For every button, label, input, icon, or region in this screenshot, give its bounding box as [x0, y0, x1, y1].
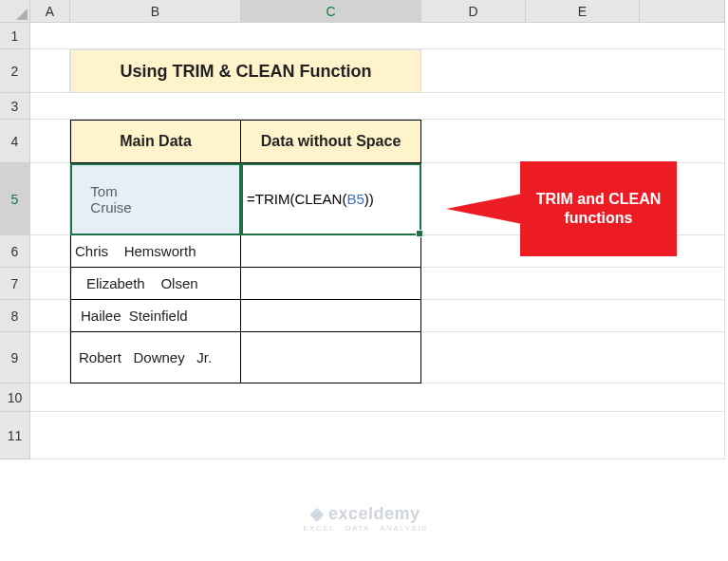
row-header-5[interactable]: 5	[0, 163, 30, 235]
cube-icon: ◈	[310, 504, 325, 523]
cell-C5[interactable]: =TRIM(CLEAN(B5))	[241, 163, 421, 235]
cell-row9-rest[interactable]	[421, 332, 725, 383]
cell-row4-rest[interactable]	[421, 120, 725, 163]
cell-B6[interactable]: Chris Hemsworth	[70, 235, 241, 268]
row-header-9[interactable]: 9	[0, 332, 30, 383]
row-header-6[interactable]: 6	[0, 235, 30, 268]
cell-row3[interactable]	[30, 93, 725, 120]
cell-B5[interactable]: Tom Cruise	[70, 163, 241, 235]
col-header-C[interactable]: C	[241, 0, 421, 23]
cell-A5[interactable]	[30, 163, 70, 235]
cell-A6[interactable]	[30, 235, 70, 268]
col-header-D[interactable]: D	[421, 0, 526, 23]
watermark: ◈exceldemy EXCEL · DATA · ANALYSIS	[271, 503, 460, 533]
row-header-3[interactable]: 3	[0, 93, 30, 120]
cell-row10[interactable]	[30, 383, 725, 412]
title-cell[interactable]: Using TRIM & CLEAN Function	[70, 49, 421, 93]
row-header-11[interactable]: 11	[0, 412, 30, 459]
cell-B7[interactable]: Elizabeth Olsen	[70, 268, 241, 300]
col-header-overflow	[640, 0, 725, 23]
cell-A8[interactable]	[30, 300, 70, 332]
table-header-without-space[interactable]: Data without Space	[241, 120, 421, 163]
cell-C8[interactable]	[241, 300, 421, 332]
table-header-main-data[interactable]: Main Data	[70, 120, 241, 163]
cell-B9[interactable]: Robert Downey Jr.	[70, 332, 241, 383]
row-header-8[interactable]: 8	[0, 300, 30, 332]
cell-A4[interactable]	[30, 120, 70, 163]
cell-B8[interactable]: Hailee Steinfield	[70, 300, 241, 332]
cell-A2[interactable]	[30, 49, 70, 93]
cell-C7[interactable]	[241, 268, 421, 300]
row-header-4[interactable]: 4	[0, 120, 30, 163]
cell-A7[interactable]	[30, 268, 70, 300]
formula-text: =TRIM(CLEAN(B5))	[247, 191, 374, 207]
cell-C9[interactable]	[241, 332, 421, 383]
row-header-7[interactable]: 7	[0, 268, 30, 300]
cell-row11[interactable]	[30, 412, 725, 459]
col-header-B[interactable]: B	[70, 0, 241, 23]
row-header-2[interactable]: 2	[0, 49, 30, 93]
col-header-E[interactable]: E	[526, 0, 640, 23]
row-header-10[interactable]: 10	[0, 383, 30, 412]
col-header-A[interactable]: A	[30, 0, 70, 23]
cell-row8-rest[interactable]	[421, 300, 725, 332]
row-header-1[interactable]: 1	[0, 23, 30, 49]
cell-row2-rest[interactable]	[421, 49, 725, 93]
callout-box: TRIM and CLEAN functions	[520, 161, 677, 256]
callout-arrow-icon	[446, 194, 522, 224]
select-all-corner[interactable]	[0, 0, 30, 23]
cell-A9[interactable]	[30, 332, 70, 383]
cell-row7-rest[interactable]	[421, 268, 725, 300]
cell-C6[interactable]	[241, 235, 421, 268]
cell-row1[interactable]	[30, 23, 725, 49]
